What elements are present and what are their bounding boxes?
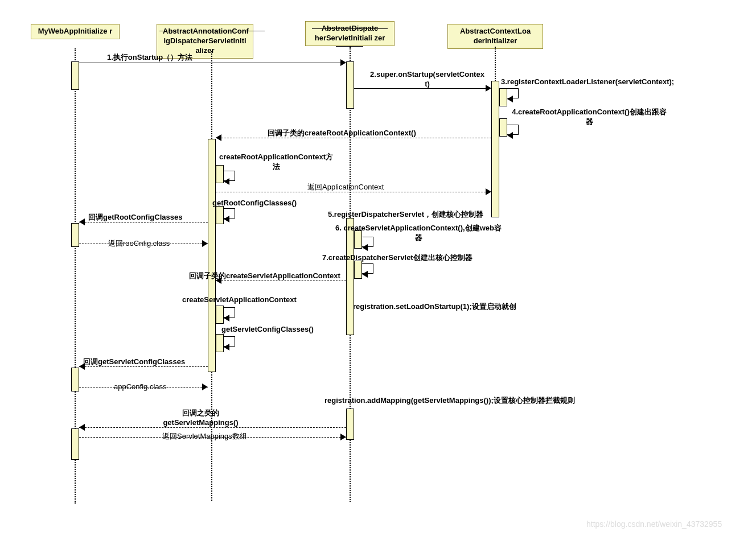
act-2c: [216, 206, 224, 224]
act-2e: [216, 334, 224, 352]
msg-9: 回调getRootConfigClasses: [88, 213, 182, 222]
act-1a: [71, 61, 79, 90]
act-2a: [208, 139, 216, 372]
head-2: [486, 85, 491, 92]
act-4a: [491, 81, 499, 217]
participant-abstract-contextloader: AbstractContextLoa derInitializer: [447, 24, 543, 49]
arr-14: [216, 281, 346, 281]
head-8: [224, 216, 229, 222]
msg-5: 回调子类的createRootApplicationContext(): [268, 129, 416, 138]
head-14: [216, 277, 221, 284]
msg-12: 6. createServletApplicationContext(),创建w…: [324, 224, 512, 243]
msg-20: registration.addMapping(getServletMappin…: [324, 396, 575, 406]
act-1d: [71, 428, 79, 460]
act-1b: [71, 223, 79, 247]
head-21: [79, 424, 85, 431]
strike-p3: [312, 28, 388, 29]
act-1c: [71, 368, 79, 391]
head-1: [340, 59, 346, 66]
head-5: [216, 134, 221, 141]
sequence-diagram: MyWebAppInitialize r AbstractAnnotationC…: [0, 0, 756, 536]
msg-13: 7.createDispatcherServlet创建出核心控制器: [322, 253, 472, 263]
msg-8: getRootConfigClasses(): [212, 199, 297, 208]
msg-18: 回调getServletConfigClasses: [83, 357, 185, 367]
strike-p2: [159, 31, 265, 31]
head-6: [224, 178, 229, 185]
participant-mywebapp: MyWebAppInitialize r: [31, 24, 120, 39]
head-13: [362, 271, 368, 278]
head-4: [507, 132, 513, 139]
head-22: [340, 434, 346, 440]
head-18: [79, 363, 85, 370]
msg-17: getServletConfigClasses(): [221, 325, 314, 335]
head-12: [362, 244, 368, 251]
head-10: [202, 240, 208, 247]
act-2d: [216, 306, 224, 324]
head-15: [224, 315, 229, 321]
arr-1: [79, 63, 344, 63]
head-3: [507, 96, 513, 102]
strike-p3b: [336, 46, 363, 47]
msg-3: 3.registerContextLoaderListener(servletC…: [501, 77, 674, 87]
msg-6: createRootApplicationContext方 法: [205, 152, 347, 172]
msg-1: 1.执行onStartup（）方法: [107, 53, 192, 63]
head-7: [486, 188, 491, 195]
msg-14: 回调子类的createServletApplicationContext: [189, 271, 340, 281]
arr-2: [354, 88, 490, 89]
arr-5: [216, 138, 491, 138]
head-19: [202, 384, 208, 390]
act-3a: [346, 61, 354, 109]
msg-7: 返回ApplicationContext: [307, 183, 384, 192]
arr-10: [79, 244, 208, 244]
head-17: [224, 344, 229, 351]
arr-9: [79, 222, 208, 222]
msg-2: 2.super.onStartup(servletContex t): [358, 70, 497, 89]
arr-21: [79, 427, 346, 428]
watermark: https://blog.csdn.net/weixin_43732955: [586, 519, 722, 529]
arr-22: [79, 437, 346, 438]
act-3e: [346, 409, 354, 440]
msg-16: registration.setLoadOnStartup(1);设置启动就创: [353, 302, 516, 312]
msg-21: 回调之类的 getServletMappings(): [154, 409, 248, 428]
act-3d: [354, 261, 362, 279]
arr-19: [79, 387, 208, 387]
participant-abstract-dispatcher: AbstractDispatc herServletInitiali zer: [305, 21, 395, 46]
arr-7: [216, 192, 491, 192]
msg-4: 4.createRootApplicationContext()创建出跟容 器: [501, 108, 677, 127]
msg-15: createServletApplicationContext: [182, 295, 297, 305]
msg-11: 5.registerDispatcherServlet，创建核心控制器: [328, 210, 483, 220]
act-4b: [499, 88, 507, 106]
head-9: [79, 218, 85, 225]
arr-18: [79, 366, 208, 367]
